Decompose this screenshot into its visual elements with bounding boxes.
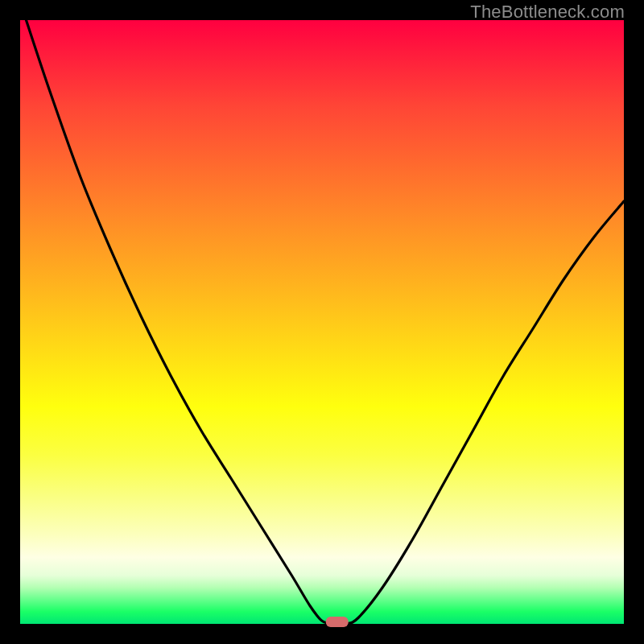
plot-area: [20, 20, 624, 624]
chart-frame: TheBottleneck.com: [0, 0, 644, 644]
curve-layer: [20, 20, 624, 624]
watermark-text: TheBottleneck.com: [470, 2, 625, 23]
bottleneck-curve: [27, 20, 625, 625]
min-marker: [326, 617, 349, 627]
